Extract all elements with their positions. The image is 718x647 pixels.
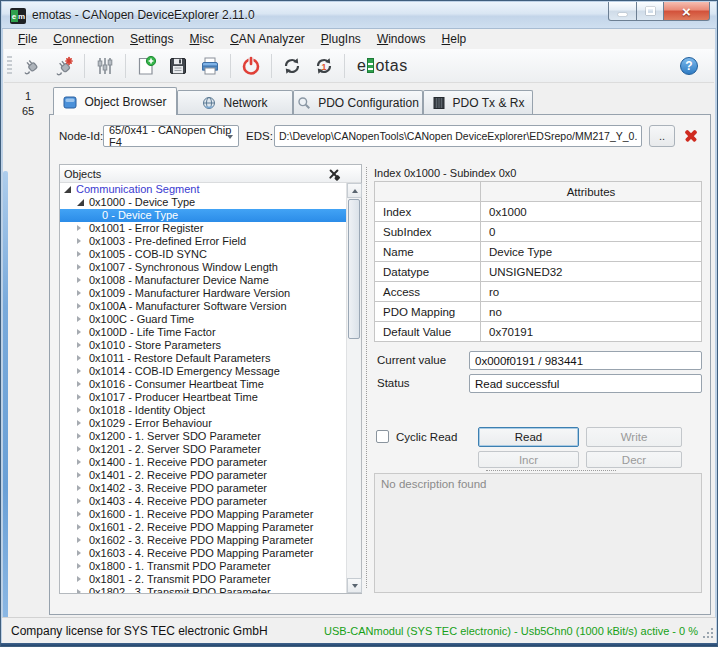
tree-item[interactable]: 0x1400 - 1. Receive PDO parameter — [60, 456, 346, 469]
tree-item[interactable]: 0x100A - Manufacturer Software Version — [60, 300, 346, 313]
resize-grip[interactable] — [711, 636, 713, 638]
tree-item[interactable]: 0x1402 - 3. Receive PDO parameter — [60, 482, 346, 495]
tab-pdo-configuration[interactable]: PDO Configuration — [293, 90, 423, 114]
tree-item[interactable]: Communication Segment — [60, 183, 346, 196]
collapsed-arrow-icon[interactable] — [77, 550, 81, 556]
help-button[interactable]: ? — [680, 57, 698, 75]
collapsed-arrow-icon[interactable] — [77, 303, 81, 309]
collapsed-arrow-icon[interactable] — [77, 537, 81, 543]
tree-item[interactable]: 0x1008 - Manufacturer Device Name — [60, 274, 346, 287]
minimize-button[interactable] — [608, 2, 637, 21]
tree-scrollbar[interactable] — [346, 183, 361, 593]
collapsed-arrow-icon[interactable] — [77, 225, 81, 231]
collapsed-arrow-icon[interactable] — [77, 355, 81, 361]
decr-button[interactable]: Decr — [586, 451, 682, 468]
disconnect-button[interactable] — [49, 52, 79, 80]
tree-item[interactable]: 0x1018 - Identity Object — [60, 404, 346, 417]
collapsed-arrow-icon[interactable] — [77, 290, 81, 296]
collapsed-arrow-icon[interactable] — [77, 264, 81, 270]
scroll-down-button[interactable] — [347, 578, 362, 593]
collapsed-arrow-icon[interactable] — [77, 316, 81, 322]
new-file-button[interactable] — [131, 52, 161, 80]
tree-item[interactable]: 0x1000 - Device Type — [60, 196, 346, 209]
tree-item[interactable]: 0x1005 - COB-ID SYNC — [60, 248, 346, 261]
tree-item[interactable]: 0x1601 - 2. Receive PDO Mapping Paramete… — [60, 521, 346, 534]
tree-item[interactable]: 0x1001 - Error Register — [60, 222, 346, 235]
remove-eds-button[interactable] — [682, 127, 700, 145]
tree-item[interactable]: 0x1801 - 2. Transmit PDO Parameter — [60, 573, 346, 586]
collapsed-arrow-icon[interactable] — [77, 368, 81, 374]
tree-item[interactable]: 0 - Device Type — [60, 209, 346, 222]
browse-eds-button[interactable]: .. — [649, 125, 675, 147]
collapsed-arrow-icon[interactable] — [77, 277, 81, 283]
expanded-arrow-icon[interactable] — [64, 186, 71, 193]
menu-connection[interactable]: Connection — [45, 30, 122, 48]
collapsed-arrow-icon[interactable] — [77, 472, 81, 478]
tree-item[interactable]: 0x1029 - Error Behaviour — [60, 417, 346, 430]
tree-item[interactable]: 0x1602 - 3. Receive PDO Mapping Paramete… — [60, 534, 346, 547]
collapsed-arrow-icon[interactable] — [77, 511, 81, 517]
collapsed-arrow-icon[interactable] — [77, 524, 81, 530]
collapsed-arrow-icon[interactable] — [77, 329, 81, 335]
node-id-select[interactable]: 65/0x41 - CANopen Chip F4 — [103, 125, 239, 147]
collapsed-arrow-icon[interactable] — [77, 420, 81, 426]
splitter-dots[interactable] — [486, 470, 616, 471]
print-button[interactable] — [195, 52, 225, 80]
maximize-button[interactable] — [637, 2, 664, 21]
scrollbar-thumb[interactable] — [348, 199, 360, 339]
tree-item[interactable]: 0x1401 - 2. Receive PDO parameter — [60, 469, 346, 482]
refresh-single-button[interactable]: 1 — [309, 52, 339, 80]
collapsed-arrow-icon[interactable] — [77, 238, 81, 244]
collapsed-arrow-icon[interactable] — [77, 498, 81, 504]
connect-button[interactable] — [17, 52, 47, 80]
tree-item[interactable]: 0x1003 - Pre-defined Error Field — [60, 235, 346, 248]
tree-item[interactable]: 0x1014 - COB-ID Emergency Message — [60, 365, 346, 378]
menu-file[interactable]: File — [10, 30, 45, 48]
menu-help[interactable]: Help — [434, 30, 475, 48]
refresh-button[interactable] — [277, 52, 307, 80]
collapsed-arrow-icon[interactable] — [77, 563, 81, 569]
tree-item[interactable]: 0x1800 - 1. Transmit PDO Parameter — [60, 560, 346, 573]
write-button[interactable]: Write — [586, 427, 682, 447]
tree-item[interactable]: 0x1007 - Synchronous Window Length — [60, 261, 346, 274]
eds-path-input[interactable] — [274, 125, 642, 147]
collapsed-arrow-icon[interactable] — [77, 342, 81, 348]
collapsed-arrow-icon[interactable] — [77, 407, 81, 413]
settings-button[interactable] — [90, 52, 120, 80]
tree-item[interactable]: 0x1009 - Manufacturer Hardware Version — [60, 287, 346, 300]
tree-item[interactable]: 0x1403 - 4. Receive PDO parameter — [60, 495, 346, 508]
menu-misc[interactable]: Misc — [181, 30, 222, 48]
incr-button[interactable]: Incr — [478, 451, 579, 468]
save-button[interactable] — [163, 52, 193, 80]
menu-can-analyzer[interactable]: CAN Analyzer — [222, 30, 313, 48]
collapsed-arrow-icon[interactable] — [77, 589, 81, 593]
title-bar[interactable]: e m emotas - CANopen DeviceExplorer 2.11… — [2, 2, 716, 29]
node-list-item[interactable]: 65 — [9, 104, 47, 119]
tree-item[interactable]: 0x1600 - 1. Receive PDO Mapping Paramete… — [60, 508, 346, 521]
collapsed-arrow-icon[interactable] — [77, 394, 81, 400]
collapsed-arrow-icon[interactable] — [77, 446, 81, 452]
collapsed-arrow-icon[interactable] — [77, 381, 81, 387]
tree-item[interactable]: 0x1603 - 4. Receive PDO Mapping Paramete… — [60, 547, 346, 560]
tree-item[interactable]: 0x1201 - 2. Server SDO Parameter — [60, 443, 346, 456]
power-button[interactable] — [236, 52, 266, 80]
tools-icon[interactable] — [327, 167, 341, 181]
tree-item[interactable]: 0x1017 - Producer Heartbeat Time — [60, 391, 346, 404]
collapsed-arrow-icon[interactable] — [77, 251, 81, 257]
read-button[interactable]: Read — [478, 427, 579, 447]
current-value-field[interactable]: 0x000f0191 / 983441 — [469, 351, 702, 370]
left-scrollbar[interactable] — [3, 171, 8, 623]
collapsed-arrow-icon[interactable] — [77, 433, 81, 439]
tree-item[interactable]: 0x1802 - 3. Transmit PDO Parameter — [60, 586, 346, 593]
tree-item[interactable]: 0x1010 - Store Parameters — [60, 339, 346, 352]
tab-network[interactable]: Network — [177, 90, 293, 114]
tab-object-browser[interactable]: Object Browser — [53, 87, 177, 115]
menu-settings[interactable]: Settings — [122, 30, 181, 48]
close-button[interactable]: × — [664, 2, 710, 21]
scroll-up-button[interactable] — [347, 183, 362, 198]
tree-item[interactable]: 0x1016 - Consumer Heartbeat Time — [60, 378, 346, 391]
collapsed-arrow-icon[interactable] — [77, 576, 81, 582]
node-list-item[interactable]: 1 — [9, 89, 47, 104]
menu-plugins[interactable]: PlugIns — [313, 30, 369, 48]
tree-item[interactable]: 0x1200 - 1. Server SDO Parameter — [60, 430, 346, 443]
